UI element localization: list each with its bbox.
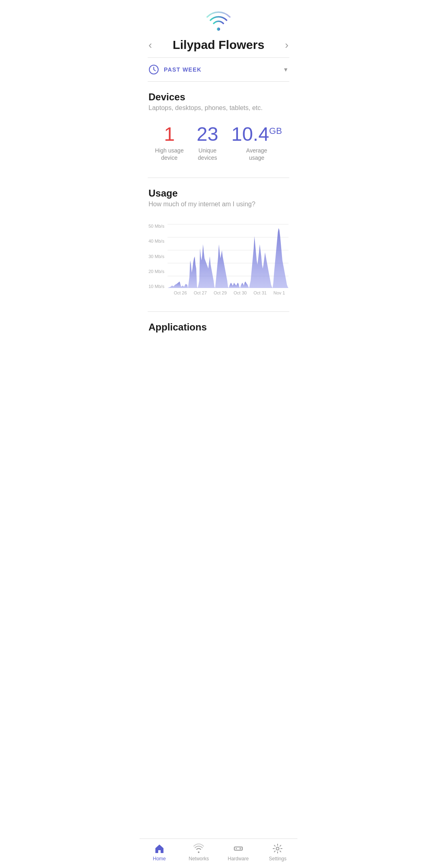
applications-section: Applications xyxy=(140,312,297,339)
svg-marker-6 xyxy=(240,282,249,288)
nav-hardware[interactable]: Hardware xyxy=(226,843,250,862)
chart-area: 50 Mb/s 40 Mb/s 30 Mb/s 20 Mb/s 10 Mb/s xyxy=(148,216,289,289)
svg-marker-7 xyxy=(249,236,273,288)
prev-network-button[interactable]: ‹ xyxy=(148,39,152,51)
x-label-oct29: Oct 29 xyxy=(214,290,227,295)
usage-chart-wrapper: 50 Mb/s 40 Mb/s 30 Mb/s 20 Mb/s 10 Mb/s xyxy=(148,216,289,307)
high-usage-stat[interactable]: 1 High usage device xyxy=(155,124,184,161)
svg-point-12 xyxy=(276,847,279,850)
unique-devices-stat[interactable]: 23 Unique devices xyxy=(197,124,218,161)
y-label-30: 30 Mb/s xyxy=(148,254,164,259)
hardware-nav-label: Hardware xyxy=(228,856,249,862)
devices-title: Devices xyxy=(148,91,289,103)
y-label-20: 20 Mb/s xyxy=(148,269,164,274)
y-label-40: 40 Mb/s xyxy=(148,239,164,243)
usage-subtitle: How much of my internet am I using? xyxy=(148,201,289,208)
x-axis: Oct 26 Oct 27 Oct 29 Oct 30 Oct 31 Nov 1 xyxy=(148,290,289,295)
wifi-logo-icon xyxy=(206,11,231,31)
y-label-10: 10 Mb/s xyxy=(148,284,164,289)
usage-title: Usage xyxy=(148,188,289,199)
devices-section: Devices Laptops, desktops, phones, table… xyxy=(140,82,297,178)
svg-marker-3 xyxy=(198,244,215,288)
applications-title: Applications xyxy=(148,322,289,333)
svg-marker-4 xyxy=(215,244,229,288)
network-header: ‹ Lilypad Flowers › xyxy=(140,36,297,57)
next-network-button[interactable]: › xyxy=(285,39,289,51)
usage-section: Usage How much of my internet am I using… xyxy=(140,178,297,311)
time-filter-label: PAST WEEK xyxy=(164,66,283,73)
clock-icon xyxy=(148,64,159,75)
network-name: Lilypad Flowers xyxy=(152,38,285,52)
home-nav-label: Home xyxy=(153,856,166,862)
y-axis: 50 Mb/s 40 Mb/s 30 Mb/s 20 Mb/s 10 Mb/s xyxy=(148,224,164,289)
high-usage-label: High usage device xyxy=(155,147,184,161)
usage-chart-svg xyxy=(168,224,289,289)
wifi-header xyxy=(140,0,297,36)
nav-home[interactable]: Home xyxy=(147,843,172,862)
x-label-oct26: Oct 26 xyxy=(174,290,187,295)
high-usage-count: 1 xyxy=(164,124,175,145)
devices-subtitle: Laptops, desktops, phones, tablets, etc. xyxy=(148,104,289,112)
x-label-oct27: Oct 27 xyxy=(194,290,207,295)
x-label-nov1: Nov 1 xyxy=(274,290,285,295)
svg-rect-11 xyxy=(240,848,241,849)
bottom-navigation: Home Networks Hardware xyxy=(140,838,297,868)
networks-icon xyxy=(193,843,204,854)
average-usage-stat[interactable]: 10.4GB Average usage xyxy=(231,124,282,161)
average-usage-count: 10.4GB xyxy=(231,124,282,145)
x-label-oct30: Oct 30 xyxy=(233,290,246,295)
svg-marker-2 xyxy=(188,256,198,288)
hardware-icon xyxy=(233,843,244,854)
unique-devices-label: Unique devices xyxy=(198,147,217,161)
svg-marker-8 xyxy=(273,228,289,288)
x-label-oct31: Oct 31 xyxy=(253,290,266,295)
settings-nav-label: Settings xyxy=(269,856,286,862)
home-icon xyxy=(154,843,165,854)
chevron-down-icon: ▼ xyxy=(283,66,289,73)
unique-devices-count: 23 xyxy=(197,124,218,145)
chart-canvas xyxy=(168,224,289,289)
nav-networks[interactable]: Networks xyxy=(187,843,211,862)
svg-marker-1 xyxy=(168,282,188,288)
time-filter-selector[interactable]: PAST WEEK ▼ xyxy=(140,58,297,81)
nav-settings[interactable]: Settings xyxy=(265,843,290,862)
y-label-50: 50 Mb/s xyxy=(148,224,164,229)
svg-marker-5 xyxy=(229,283,240,288)
devices-stats-row: 1 High usage device 23 Unique devices 10… xyxy=(148,120,289,174)
networks-nav-label: Networks xyxy=(189,856,209,862)
average-usage-label: Average usage xyxy=(246,147,267,161)
svg-point-10 xyxy=(235,848,237,849)
settings-icon xyxy=(272,843,283,854)
